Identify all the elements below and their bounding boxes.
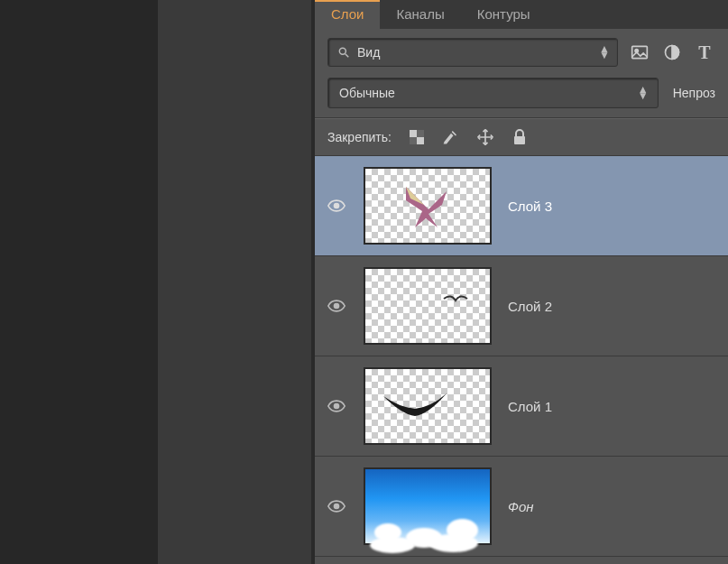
svg-point-12 bbox=[335, 404, 339, 409]
lock-label: Закрепить: bbox=[327, 130, 392, 144]
visibility-toggle[interactable] bbox=[327, 300, 347, 312]
layer-thumbnail[interactable] bbox=[364, 467, 492, 545]
svg-point-11 bbox=[335, 304, 339, 309]
layer-row[interactable]: Слой 2 bbox=[315, 256, 728, 356]
lock-pixels-icon[interactable] bbox=[442, 128, 460, 146]
layer-row[interactable]: Слой 3 bbox=[315, 156, 728, 256]
filter-type-icon[interactable]: T bbox=[694, 42, 715, 63]
layer-content: Слой 2 bbox=[364, 267, 552, 345]
layer-row[interactable]: Слой 1 bbox=[315, 356, 728, 457]
blend-mode-dropdown[interactable]: Обычные ▲▼ bbox=[327, 78, 659, 108]
opacity-label: Непроз bbox=[673, 86, 715, 100]
layer-content: Фон bbox=[364, 467, 534, 545]
filter-adjust-icon[interactable] bbox=[661, 42, 683, 63]
visibility-toggle[interactable] bbox=[327, 500, 347, 513]
lock-all-icon[interactable] bbox=[511, 128, 529, 146]
layer-content: Слой 1 bbox=[364, 367, 552, 445]
layer-name-label[interactable]: Слой 2 bbox=[508, 299, 552, 314]
layer-name-label[interactable]: Слой 3 bbox=[508, 199, 552, 214]
svg-rect-5 bbox=[410, 130, 417, 137]
layer-thumbnail[interactable] bbox=[364, 167, 492, 245]
layer-thumbnail[interactable] bbox=[364, 267, 492, 345]
svg-point-13 bbox=[335, 504, 339, 509]
filter-image-icon[interactable] bbox=[629, 42, 650, 63]
layer-filter-dropdown[interactable]: Вид ▲▼ bbox=[327, 38, 618, 67]
tab-channels[interactable]: Каналы bbox=[380, 0, 460, 29]
visibility-toggle[interactable] bbox=[327, 400, 347, 412]
svg-rect-8 bbox=[410, 137, 417, 144]
svg-rect-7 bbox=[417, 130, 424, 137]
tab-paths[interactable]: Контуры bbox=[461, 0, 547, 29]
canvas-left-pane bbox=[0, 0, 158, 564]
panel-tabs: Слои Каналы Контуры bbox=[315, 0, 728, 29]
svg-rect-2 bbox=[632, 46, 648, 58]
search-icon bbox=[337, 46, 350, 59]
blend-mode-label: Обычные bbox=[339, 86, 395, 100]
canvas-area bbox=[0, 0, 311, 564]
panel-toolbar: Вид ▲▼ T bbox=[315, 29, 728, 74]
layer-name-label[interactable]: Фон bbox=[508, 499, 534, 514]
layer-row[interactable]: Фон bbox=[315, 457, 728, 557]
dropdown-arrows-icon: ▲▼ bbox=[599, 46, 610, 59]
lock-transparency-icon[interactable] bbox=[408, 128, 426, 146]
layer-thumbnail[interactable] bbox=[364, 367, 492, 445]
dropdown-arrows-icon: ▲▼ bbox=[638, 87, 649, 99]
canvas-right-pane bbox=[158, 0, 311, 564]
svg-rect-6 bbox=[417, 137, 424, 144]
layer-name-label[interactable]: Слой 1 bbox=[508, 399, 552, 414]
lock-position-icon[interactable] bbox=[476, 128, 494, 146]
svg-line-1 bbox=[346, 54, 349, 58]
tab-layers[interactable]: Слои bbox=[315, 0, 380, 29]
layer-content: Слой 3 bbox=[364, 167, 552, 245]
svg-point-0 bbox=[339, 48, 346, 54]
panel-mode-row: Обычные ▲▼ Непроз bbox=[315, 74, 728, 117]
layer-filter-label: Вид bbox=[357, 45, 380, 60]
lock-row: Закрепить: bbox=[315, 119, 728, 155]
svg-point-10 bbox=[335, 204, 339, 208]
layers-panel: Слои Каналы Контуры Вид ▲▼ T bbox=[311, 0, 728, 564]
layers-list: Слой 3Слой 2Слой 1Фон bbox=[315, 155, 728, 564]
svg-rect-9 bbox=[514, 136, 525, 144]
visibility-toggle[interactable] bbox=[327, 199, 347, 212]
